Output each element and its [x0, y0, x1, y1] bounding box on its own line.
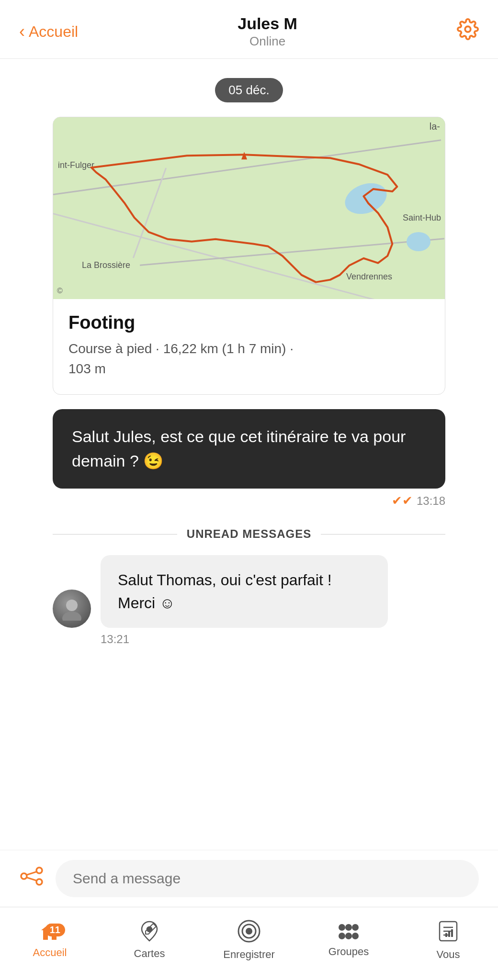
settings-button[interactable]: [457, 18, 479, 45]
unread-divider: UNREAD MESSAGES: [53, 527, 445, 541]
activity-meta: Course à pied · 16,22 km (1 h 7 min) · 1…: [68, 339, 430, 379]
nav-badge-accueil: 11: [45, 924, 65, 936]
groups-icon: [337, 923, 360, 940]
nav-label-accueil: Accueil: [33, 947, 67, 959]
svg-point-5: [36, 868, 42, 873]
contact-name: Jules M: [238, 14, 297, 33]
nav-label-enregistrer: Enregistrer: [223, 948, 275, 961]
record-icon: [238, 920, 260, 943]
svg-rect-24: [448, 931, 450, 937]
received-message-row: Salut Thomas, oui c'est parfait ! Merci …: [53, 555, 445, 628]
svg-point-12: [246, 928, 252, 935]
nav-icon-wrapper-groupes: [337, 923, 360, 942]
svg-point-14: [345, 924, 352, 931]
avatar: [53, 590, 91, 628]
svg-point-18: [352, 933, 359, 939]
route-share-icon[interactable]: [19, 866, 44, 891]
header-center: Jules M Online: [238, 14, 297, 49]
nav-icon-wrapper-cartes: [140, 921, 159, 944]
profile-icon: [438, 920, 459, 943]
contact-status: Online: [238, 34, 297, 49]
svg-point-15: [352, 924, 359, 931]
svg-point-16: [339, 933, 345, 939]
nav-item-enregistrer[interactable]: Enregistrer: [199, 915, 299, 966]
nav-icon-wrapper-enregistrer: [238, 920, 260, 945]
back-button[interactable]: ‹ Accueil: [19, 22, 78, 42]
sent-message-time: ✔✔ 13:18: [392, 493, 445, 508]
map-pin-icon: [140, 921, 159, 942]
nav-label-cartes: Cartes: [134, 947, 165, 960]
received-message-bubble: Salut Thomas, oui c'est parfait ! Merci …: [101, 555, 388, 628]
nav-item-accueil[interactable]: 11 Accueil: [0, 915, 100, 966]
svg-point-0: [465, 26, 471, 32]
activity-card[interactable]: la- int-Fulger La Brossière Vendrennes S…: [53, 117, 445, 395]
svg-rect-23: [445, 933, 447, 937]
nav-label-vous: Vous: [437, 948, 460, 961]
sent-message-bubble: Salut Jules, est ce que cet itinéraire t…: [53, 409, 445, 489]
input-bar: [0, 850, 498, 907]
unread-label: UNREAD MESSAGES: [187, 527, 311, 541]
nav-icon-wrapper-vous: [438, 920, 459, 945]
nav-icon-wrapper-accueil: 11: [39, 922, 60, 943]
bottom-nav: 11 Accueil Cartes Enregistrer: [0, 907, 498, 980]
activity-info: Footing Course à pied · 16,22 km (1 h 7 …: [53, 299, 445, 394]
nav-item-vous[interactable]: Vous: [398, 915, 498, 966]
chat-area: 05 déc. la- int-Fulger La Brossière Vend…: [0, 59, 498, 850]
message-input[interactable]: [56, 860, 479, 897]
activity-title: Footing: [68, 312, 430, 333]
svg-point-13: [339, 924, 345, 931]
svg-point-6: [36, 879, 42, 885]
svg-line-8: [26, 878, 37, 881]
svg-rect-25: [451, 929, 453, 937]
received-message-time: 13:21: [53, 633, 445, 646]
nav-item-cartes[interactable]: Cartes: [100, 915, 199, 966]
svg-point-4: [21, 873, 27, 879]
svg-point-3: [62, 612, 81, 621]
activity-map: la- int-Fulger La Brossière Vendrennes S…: [53, 117, 445, 299]
back-label: Accueil: [29, 23, 78, 41]
chevron-left-icon: ‹: [19, 22, 25, 42]
nav-label-groupes: Groupes: [328, 946, 369, 958]
svg-point-17: [345, 933, 352, 939]
route-svg: [53, 117, 445, 299]
divider-line-right: [321, 534, 445, 535]
read-receipt-icon: ✔✔: [392, 493, 413, 508]
header: ‹ Accueil Jules M Online: [0, 0, 498, 59]
date-badge: 05 déc.: [215, 78, 283, 102]
nav-item-groupes[interactable]: Groupes: [299, 915, 398, 966]
svg-line-7: [26, 872, 37, 875]
avatar-image: [53, 590, 91, 628]
svg-point-2: [66, 600, 78, 611]
divider-line-left: [53, 534, 177, 535]
